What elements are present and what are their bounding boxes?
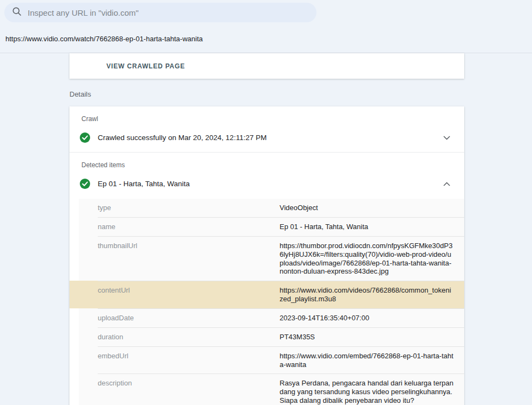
property-key: embedUrl	[98, 352, 280, 369]
url-inspect-search-bar[interactable]	[4, 3, 316, 22]
chevron-up-icon	[444, 180, 450, 188]
property-value: Ep 01 - Harta, Tahta, Wanita	[280, 223, 454, 231]
view-crawled-page-button[interactable]: VIEW CRAWLED PAGE	[106, 62, 185, 70]
detected-item-row[interactable]: Ep 01 - Harta, Tahta, Wanita	[69, 169, 464, 199]
property-key: contentUrl	[98, 286, 280, 303]
search-icon	[11, 6, 22, 19]
success-check-icon	[80, 132, 90, 143]
success-check-icon	[80, 179, 90, 189]
property-value: 2023-09-14T16:35:40+07:00	[280, 314, 454, 322]
table-row-contenturl-selected[interactable]: contentUrl https://www.vidio.com/videos/…	[69, 281, 464, 308]
table-row-description[interactable]: description Rasya Perdana, pengacara han…	[79, 374, 464, 405]
property-value: https://thumbor.prod.vidiocdn.com/nfpysK…	[280, 242, 454, 276]
crawl-status-text: Crawled successfully on Mar 20, 2024, 12…	[98, 134, 442, 142]
detected-item-collapse-button[interactable]	[442, 180, 451, 188]
table-row-embedurl[interactable]: embedUrl https://www.vidio.com/embed/766…	[79, 346, 464, 374]
search-input[interactable]	[28, 8, 309, 17]
table-row-type[interactable]: type VideoObject	[79, 199, 464, 217]
crawl-section-label: Crawl	[69, 106, 464, 123]
property-value: VideoObject	[280, 204, 454, 212]
detected-items-section-label: Detected items	[69, 153, 464, 169]
property-key: description	[98, 379, 280, 404]
property-key: type	[98, 204, 280, 212]
crawled-page-card: VIEW CRAWLED PAGE	[69, 53, 464, 79]
crawl-expand-button[interactable]	[442, 133, 451, 142]
properties-table: type VideoObject name Ep 01 - Harta, Tah…	[79, 199, 464, 405]
chevron-down-icon	[444, 134, 450, 142]
topbar	[0, 0, 532, 22]
detected-item-title: Ep 01 - Harta, Tahta, Wanita	[98, 180, 442, 188]
table-row-name[interactable]: name Ep 01 - Harta, Tahta, Wanita	[79, 217, 464, 236]
property-value: PT43M35S	[280, 333, 454, 341]
table-row-uploaddate[interactable]: uploadDate 2023-09-14T16:35:40+07:00	[79, 308, 464, 327]
table-row-thumbnailurl[interactable]: thumbnailUrl https://thumbor.prod.vidioc…	[79, 236, 464, 281]
property-value: Rasya Perdana, pengacara handal dari kel…	[280, 379, 454, 404]
details-section-label: Details	[69, 90, 532, 98]
property-key: thumbnailUrl	[98, 242, 280, 276]
details-card: Crawl Crawled successfully on Mar 20, 20…	[69, 106, 464, 405]
table-row-duration[interactable]: duration PT43M35S	[79, 327, 464, 346]
crawl-status-row[interactable]: Crawled successfully on Mar 20, 2024, 12…	[69, 123, 464, 152]
property-key: name	[98, 223, 280, 231]
property-key: uploadDate	[98, 314, 280, 322]
property-value: https://www.vidio.com/embed/7662868-ep-0…	[280, 352, 454, 369]
property-value: https://www.vidio.com/videos/7662868/com…	[280, 286, 454, 303]
property-key: duration	[98, 333, 280, 341]
inspected-url: https://www.vidio.com/watch/7662868-ep-0…	[0, 22, 532, 53]
